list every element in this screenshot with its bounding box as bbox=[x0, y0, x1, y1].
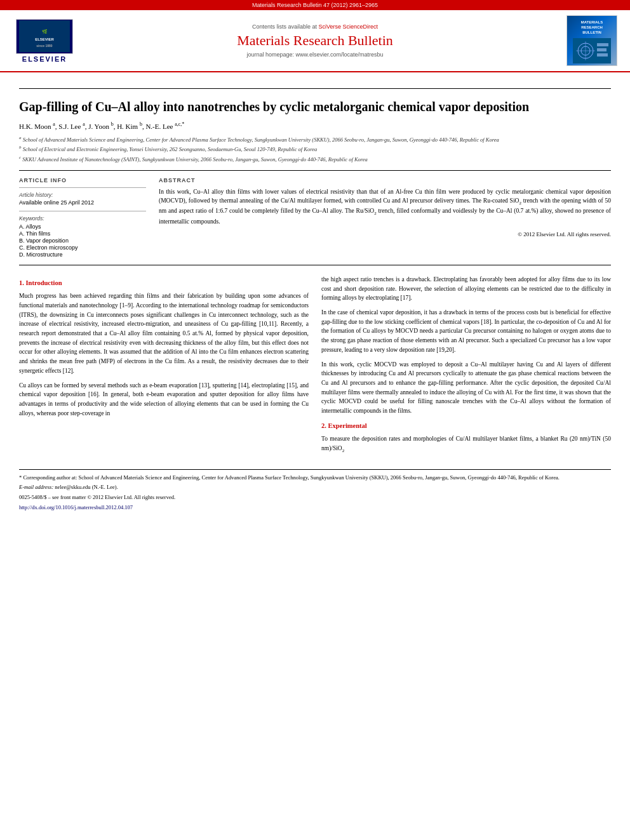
body-columns: 1. Introduction Much progress has been a… bbox=[19, 275, 611, 460]
journal-homepage: journal homepage: www.elsevier.com/locat… bbox=[76, 51, 554, 58]
available-online: Available online 25 April 2012 bbox=[19, 199, 146, 206]
journal-title-header: Materials Research Bulletin bbox=[76, 32, 554, 49]
intro-para-3: the high aspect ratio trenches is a draw… bbox=[321, 275, 611, 303]
right-column: the high aspect ratio trenches is a draw… bbox=[321, 275, 611, 460]
keyword-5: D. Microstructure bbox=[19, 251, 146, 258]
doi-note: http://dx.doi.org/10.1016/j.materresbull… bbox=[19, 503, 611, 512]
elsevier-logo-container: 🌿 ELSEVIER since 1880 ELSEVIER bbox=[13, 19, 76, 63]
keyword-4: C. Electron microscopy bbox=[19, 244, 146, 251]
svg-rect-10 bbox=[597, 48, 607, 51]
affiliation-a: a School of Advanced Materials Science a… bbox=[19, 135, 611, 144]
article-info-title: ARTICLE INFO bbox=[19, 177, 146, 183]
journal-citation: Materials Research Bulletin 47 (2012) 29… bbox=[252, 2, 378, 8]
affiliation-b: b School of Electrical and Electronic En… bbox=[19, 145, 611, 154]
top-bar: Materials Research Bulletin 47 (2012) 29… bbox=[0, 0, 630, 10]
email-note: E-mail address: nelee@skku.edu (N.-E. Le… bbox=[19, 483, 611, 491]
abstract-section: ABSTRACT In this work, Cu–Al alloy thin … bbox=[159, 177, 611, 258]
sciverse-link[interactable]: SciVerse ScienceDirect bbox=[319, 23, 379, 30]
sciverse-text: Contents lists available at SciVerse Sci… bbox=[76, 23, 554, 30]
experimental-heading: 2. Experimental bbox=[321, 421, 611, 431]
left-column: 1. Introduction Much progress has been a… bbox=[19, 275, 309, 460]
intro-para-1: Much progress has been achieved regardin… bbox=[19, 291, 309, 375]
intro-heading: 1. Introduction bbox=[19, 278, 309, 288]
svg-text:ELSEVIER: ELSEVIER bbox=[35, 37, 54, 41]
abstract-title: ABSTRACT bbox=[159, 177, 611, 183]
svg-rect-11 bbox=[597, 53, 608, 57]
keyword-3: B. Vapor deposition bbox=[19, 237, 146, 244]
issn-note: 0025-5408/$ – see front matter © 2012 El… bbox=[19, 493, 611, 502]
elsevier-text: ELSEVIER bbox=[22, 55, 67, 63]
main-content: Gap-filling of Cu–Al alloy into nanotren… bbox=[0, 72, 630, 523]
journal-cover-image: MATERIALSRESEARCHBULLETIN bbox=[566, 15, 617, 66]
header-divider bbox=[19, 88, 611, 89]
elsevier-logo-image: 🌿 ELSEVIER since 1880 bbox=[16, 19, 73, 54]
body-divider bbox=[19, 265, 611, 265]
intro-para-2: Cu alloys can be formed by several metho… bbox=[19, 381, 309, 418]
authors-line: H.K. Moon a, S.J. Lee a, J. Yoon b, H. K… bbox=[19, 121, 611, 130]
footer-notes: * Corresponding author at: School of Adv… bbox=[19, 469, 611, 512]
keyword-2: A. Thin films bbox=[19, 230, 146, 237]
keyword-1: A. Alloys bbox=[19, 223, 146, 230]
journal-header-center: Contents lists available at SciVerse Sci… bbox=[76, 23, 554, 58]
svg-text:since 1880: since 1880 bbox=[36, 44, 53, 48]
article-info-panel: ARTICLE INFO Article history: Available … bbox=[19, 177, 146, 258]
svg-text:🌿: 🌿 bbox=[42, 29, 48, 34]
experimental-para-1: To measure the deposition rates and morp… bbox=[321, 434, 611, 454]
affiliation-divider bbox=[19, 170, 611, 171]
info-divider-2 bbox=[19, 211, 146, 211]
abstract-text: In this work, Cu–Al alloy thin films wit… bbox=[159, 187, 611, 226]
intro-para-5: In this work, cyclic MOCVD was employed … bbox=[321, 360, 611, 416]
corresponding-note: * Corresponding author at: School of Adv… bbox=[19, 474, 611, 482]
affiliations: a School of Advanced Materials Science a… bbox=[19, 135, 611, 164]
info-divider-1 bbox=[19, 187, 146, 188]
journal-cover-container: MATERIALSRESEARCHBULLETIN bbox=[554, 15, 617, 66]
article-title: Gap-filling of Cu–Al alloy into nanotren… bbox=[19, 98, 611, 115]
abstract-copyright: © 2012 Elsevier Ltd. All rights reserved… bbox=[159, 231, 611, 237]
intro-para-4: In the case of chemical vapor deposition… bbox=[321, 308, 611, 355]
history-label: Article history: bbox=[19, 192, 146, 198]
keywords-label: Keywords: bbox=[19, 215, 146, 222]
elsevier-logo: 🌿 ELSEVIER since 1880 ELSEVIER bbox=[13, 19, 76, 63]
journal-header: 🌿 ELSEVIER since 1880 ELSEVIER Contents … bbox=[0, 10, 630, 72]
affiliation-c: c SKKU Advanced Institute of Nanotechnol… bbox=[19, 155, 611, 164]
svg-rect-9 bbox=[597, 43, 608, 46]
doi-link[interactable]: http://dx.doi.org/10.1016/j.materresbull… bbox=[19, 504, 133, 510]
article-body: ARTICLE INFO Article history: Available … bbox=[19, 177, 611, 258]
